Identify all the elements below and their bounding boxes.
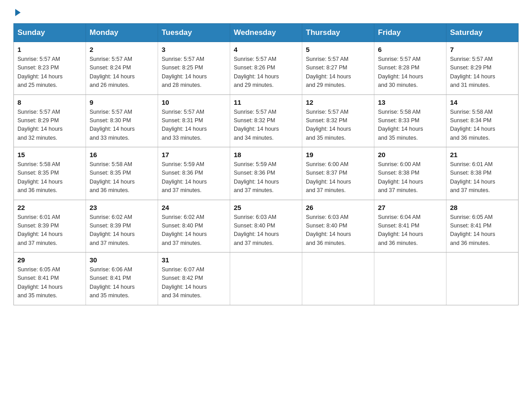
- day-info: Sunrise: 6:01 AM Sunset: 8:38 PM Dayligh…: [450, 160, 515, 195]
- day-number: 7: [450, 46, 515, 53]
- calendar-cell: 6 Sunrise: 5:57 AM Sunset: 8:28 PM Dayli…: [374, 42, 446, 95]
- calendar-cell: 1 Sunrise: 5:57 AM Sunset: 8:23 PM Dayli…: [14, 42, 86, 95]
- day-info: Sunrise: 6:00 AM Sunset: 8:38 PM Dayligh…: [378, 160, 442, 195]
- day-number: 23: [90, 204, 154, 211]
- day-info: Sunrise: 6:02 AM Sunset: 8:39 PM Dayligh…: [90, 213, 154, 248]
- day-info: Sunrise: 5:57 AM Sunset: 8:32 PM Dayligh…: [234, 108, 298, 143]
- day-info: Sunrise: 5:58 AM Sunset: 8:35 PM Dayligh…: [17, 160, 82, 195]
- calendar-cell: 27 Sunrise: 6:04 AM Sunset: 8:41 PM Dayl…: [374, 200, 446, 253]
- day-info: Sunrise: 5:57 AM Sunset: 8:23 PM Dayligh…: [17, 55, 82, 90]
- calendar-cell: 23 Sunrise: 6:02 AM Sunset: 8:39 PM Dayl…: [86, 200, 158, 253]
- calendar-cell: 24 Sunrise: 6:02 AM Sunset: 8:40 PM Dayl…: [158, 200, 230, 253]
- day-info: Sunrise: 6:01 AM Sunset: 8:39 PM Dayligh…: [17, 213, 82, 248]
- day-info: Sunrise: 5:57 AM Sunset: 8:29 PM Dayligh…: [17, 108, 82, 143]
- calendar-week-row: 1 Sunrise: 5:57 AM Sunset: 8:23 PM Dayli…: [14, 42, 519, 95]
- day-info: Sunrise: 6:07 AM Sunset: 8:42 PM Dayligh…: [162, 265, 226, 300]
- day-info: Sunrise: 6:06 AM Sunset: 8:41 PM Dayligh…: [90, 265, 154, 300]
- day-info: Sunrise: 5:57 AM Sunset: 8:27 PM Dayligh…: [306, 55, 370, 90]
- day-info: Sunrise: 5:57 AM Sunset: 8:30 PM Dayligh…: [90, 108, 154, 143]
- calendar-header-row: SundayMondayTuesdayWednesdayThursdayFrid…: [14, 24, 519, 42]
- page-header: [13, 9, 519, 16]
- calendar-week-row: 8 Sunrise: 5:57 AM Sunset: 8:29 PM Dayli…: [14, 94, 519, 147]
- calendar-cell: 8 Sunrise: 5:57 AM Sunset: 8:29 PM Dayli…: [14, 94, 86, 147]
- calendar-cell: 22 Sunrise: 6:01 AM Sunset: 8:39 PM Dayl…: [14, 200, 86, 253]
- day-number: 12: [306, 98, 370, 106]
- calendar-cell: 3 Sunrise: 5:57 AM Sunset: 8:25 PM Dayli…: [158, 42, 230, 95]
- calendar-cell: 14 Sunrise: 5:58 AM Sunset: 8:34 PM Dayl…: [446, 94, 519, 147]
- calendar-cell: 2 Sunrise: 5:57 AM Sunset: 8:24 PM Dayli…: [86, 42, 158, 95]
- day-number: 1: [17, 46, 82, 53]
- calendar-cell: 29 Sunrise: 6:05 AM Sunset: 8:41 PM Dayl…: [14, 253, 86, 305]
- day-number: 2: [90, 46, 154, 53]
- day-number: 6: [378, 46, 442, 53]
- header-monday: Monday: [86, 24, 158, 42]
- calendar-cell: 30 Sunrise: 6:06 AM Sunset: 8:41 PM Dayl…: [86, 253, 158, 305]
- day-info: Sunrise: 5:59 AM Sunset: 8:36 PM Dayligh…: [162, 160, 226, 195]
- calendar-cell: 9 Sunrise: 5:57 AM Sunset: 8:30 PM Dayli…: [86, 94, 158, 147]
- header-tuesday: Tuesday: [158, 24, 230, 42]
- calendar-cell: 19 Sunrise: 6:00 AM Sunset: 8:37 PM Dayl…: [302, 147, 374, 200]
- day-number: 18: [234, 151, 298, 158]
- day-info: Sunrise: 6:03 AM Sunset: 8:40 PM Dayligh…: [234, 213, 298, 248]
- calendar-cell: 17 Sunrise: 5:59 AM Sunset: 8:36 PM Dayl…: [158, 147, 230, 200]
- day-number: 15: [17, 151, 82, 158]
- calendar-cell: 4 Sunrise: 5:57 AM Sunset: 8:26 PM Dayli…: [230, 42, 302, 95]
- day-number: 13: [378, 98, 442, 106]
- day-info: Sunrise: 5:58 AM Sunset: 8:34 PM Dayligh…: [450, 108, 515, 143]
- day-number: 31: [162, 256, 226, 264]
- day-number: 17: [162, 151, 226, 158]
- day-info: Sunrise: 5:58 AM Sunset: 8:33 PM Dayligh…: [378, 108, 442, 143]
- logo: [13, 9, 21, 16]
- calendar-cell: [374, 253, 446, 305]
- day-number: 14: [450, 98, 515, 106]
- day-number: 20: [378, 151, 442, 158]
- calendar-table: SundayMondayTuesdayWednesdayThursdayFrid…: [13, 23, 519, 305]
- calendar-cell: 28 Sunrise: 6:05 AM Sunset: 8:41 PM Dayl…: [446, 200, 519, 253]
- calendar-cell: 15 Sunrise: 5:58 AM Sunset: 8:35 PM Dayl…: [14, 147, 86, 200]
- day-number: 28: [450, 204, 515, 211]
- day-info: Sunrise: 6:05 AM Sunset: 8:41 PM Dayligh…: [17, 265, 82, 300]
- day-info: Sunrise: 5:57 AM Sunset: 8:25 PM Dayligh…: [162, 55, 226, 90]
- calendar-cell: 20 Sunrise: 6:00 AM Sunset: 8:38 PM Dayl…: [374, 147, 446, 200]
- calendar-week-row: 15 Sunrise: 5:58 AM Sunset: 8:35 PM Dayl…: [14, 147, 519, 200]
- header-thursday: Thursday: [302, 24, 374, 42]
- day-number: 16: [90, 151, 154, 158]
- day-info: Sunrise: 5:57 AM Sunset: 8:31 PM Dayligh…: [162, 108, 226, 143]
- header-wednesday: Wednesday: [230, 24, 302, 42]
- day-number: 8: [17, 98, 82, 106]
- calendar-cell: 21 Sunrise: 6:01 AM Sunset: 8:38 PM Dayl…: [446, 147, 519, 200]
- calendar-cell: 26 Sunrise: 6:03 AM Sunset: 8:40 PM Dayl…: [302, 200, 374, 253]
- day-info: Sunrise: 5:59 AM Sunset: 8:36 PM Dayligh…: [234, 160, 298, 195]
- header-saturday: Saturday: [446, 24, 519, 42]
- day-info: Sunrise: 6:05 AM Sunset: 8:41 PM Dayligh…: [450, 213, 515, 248]
- day-number: 11: [234, 98, 298, 106]
- day-info: Sunrise: 5:58 AM Sunset: 8:35 PM Dayligh…: [90, 160, 154, 195]
- logo-arrow-icon: [15, 9, 21, 16]
- day-number: 19: [306, 151, 370, 158]
- logo-blue-text: [13, 9, 21, 16]
- header-sunday: Sunday: [14, 24, 86, 42]
- day-number: 27: [378, 204, 442, 211]
- day-info: Sunrise: 5:57 AM Sunset: 8:32 PM Dayligh…: [306, 108, 370, 143]
- calendar-cell: 31 Sunrise: 6:07 AM Sunset: 8:42 PM Dayl…: [158, 253, 230, 305]
- calendar-cell: 12 Sunrise: 5:57 AM Sunset: 8:32 PM Dayl…: [302, 94, 374, 147]
- day-number: 9: [90, 98, 154, 106]
- calendar-cell: 25 Sunrise: 6:03 AM Sunset: 8:40 PM Dayl…: [230, 200, 302, 253]
- calendar-cell: 7 Sunrise: 5:57 AM Sunset: 8:29 PM Dayli…: [446, 42, 519, 95]
- calendar-cell: 5 Sunrise: 5:57 AM Sunset: 8:27 PM Dayli…: [302, 42, 374, 95]
- day-info: Sunrise: 5:57 AM Sunset: 8:24 PM Dayligh…: [90, 55, 154, 90]
- day-info: Sunrise: 5:57 AM Sunset: 8:26 PM Dayligh…: [234, 55, 298, 90]
- day-number: 10: [162, 98, 226, 106]
- day-number: 4: [234, 46, 298, 53]
- calendar-cell: 18 Sunrise: 5:59 AM Sunset: 8:36 PM Dayl…: [230, 147, 302, 200]
- day-number: 25: [234, 204, 298, 211]
- day-number: 30: [90, 256, 154, 264]
- calendar-week-row: 29 Sunrise: 6:05 AM Sunset: 8:41 PM Dayl…: [14, 253, 519, 305]
- day-info: Sunrise: 6:04 AM Sunset: 8:41 PM Dayligh…: [378, 213, 442, 248]
- day-info: Sunrise: 6:02 AM Sunset: 8:40 PM Dayligh…: [162, 213, 226, 248]
- day-number: 22: [17, 204, 82, 211]
- calendar-cell: 10 Sunrise: 5:57 AM Sunset: 8:31 PM Dayl…: [158, 94, 230, 147]
- day-number: 3: [162, 46, 226, 53]
- header-friday: Friday: [374, 24, 446, 42]
- calendar-cell: [230, 253, 302, 305]
